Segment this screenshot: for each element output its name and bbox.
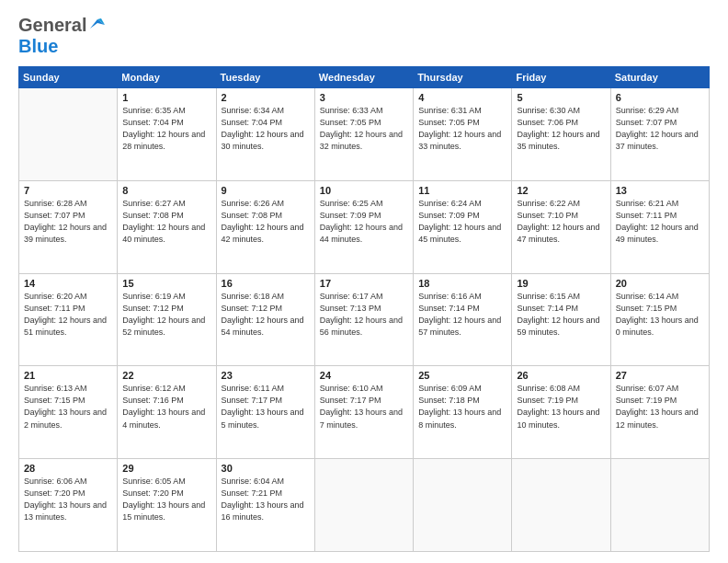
day-info: Sunrise: 6:06 AM Sunset: 7:20 PM Dayligh… <box>24 476 112 523</box>
day-number: 7 <box>24 185 112 196</box>
day-number: 28 <box>24 463 112 474</box>
logo-blue: Blue <box>18 36 58 57</box>
calendar-cell <box>512 459 610 552</box>
calendar-day-header: Wednesday <box>314 67 413 88</box>
calendar-week-row: 7Sunrise: 6:28 AM Sunset: 7:07 PM Daylig… <box>19 180 710 273</box>
day-number: 26 <box>517 370 605 381</box>
day-info: Sunrise: 6:16 AM Sunset: 7:14 PM Dayligh… <box>418 291 506 339</box>
calendar-cell: 12Sunrise: 6:22 AM Sunset: 7:10 PM Dayli… <box>512 180 610 273</box>
day-number: 18 <box>418 278 506 289</box>
day-info: Sunrise: 6:09 AM Sunset: 7:18 PM Dayligh… <box>418 383 506 431</box>
day-number: 5 <box>517 92 605 103</box>
day-number: 22 <box>122 370 210 381</box>
day-info: Sunrise: 6:31 AM Sunset: 7:05 PM Dayligh… <box>418 105 506 153</box>
day-number: 1 <box>122 92 210 103</box>
calendar-cell: 9Sunrise: 6:26 AM Sunset: 7:08 PM Daylig… <box>216 180 314 273</box>
day-info: Sunrise: 6:05 AM Sunset: 7:20 PM Dayligh… <box>122 476 210 523</box>
calendar-cell: 30Sunrise: 6:04 AM Sunset: 7:21 PM Dayli… <box>216 459 314 552</box>
calendar-cell: 4Sunrise: 6:31 AM Sunset: 7:05 PM Daylig… <box>414 88 512 181</box>
calendar-cell: 3Sunrise: 6:33 AM Sunset: 7:05 PM Daylig… <box>314 88 413 181</box>
calendar-cell: 26Sunrise: 6:08 AM Sunset: 7:19 PM Dayli… <box>512 366 610 459</box>
header: General Blue <box>18 15 710 57</box>
calendar-day-header: Tuesday <box>216 67 314 88</box>
calendar-cell: 5Sunrise: 6:30 AM Sunset: 7:06 PM Daylig… <box>512 88 610 181</box>
calendar-day-header: Friday <box>512 67 610 88</box>
day-number: 14 <box>24 278 112 289</box>
day-info: Sunrise: 6:27 AM Sunset: 7:08 PM Dayligh… <box>122 198 210 246</box>
calendar-header-row: SundayMondayTuesdayWednesdayThursdayFrid… <box>19 67 710 88</box>
day-info: Sunrise: 6:18 AM Sunset: 7:12 PM Dayligh… <box>222 291 310 339</box>
day-info: Sunrise: 6:07 AM Sunset: 7:19 PM Dayligh… <box>616 383 704 431</box>
day-number: 23 <box>222 370 310 381</box>
day-number: 2 <box>222 92 310 103</box>
day-info: Sunrise: 6:22 AM Sunset: 7:10 PM Dayligh… <box>517 198 605 246</box>
calendar-cell: 17Sunrise: 6:17 AM Sunset: 7:13 PM Dayli… <box>314 273 413 366</box>
day-number: 10 <box>320 185 408 196</box>
day-info: Sunrise: 6:10 AM Sunset: 7:17 PM Dayligh… <box>320 383 408 431</box>
calendar-cell: 6Sunrise: 6:29 AM Sunset: 7:07 PM Daylig… <box>610 88 709 181</box>
calendar-day-header: Saturday <box>610 67 709 88</box>
day-number: 13 <box>616 185 704 196</box>
day-info: Sunrise: 6:33 AM Sunset: 7:05 PM Dayligh… <box>320 105 408 153</box>
calendar-cell: 13Sunrise: 6:21 AM Sunset: 7:11 PM Dayli… <box>610 180 709 273</box>
calendar-cell <box>610 459 709 552</box>
calendar-cell: 2Sunrise: 6:34 AM Sunset: 7:04 PM Daylig… <box>216 88 314 181</box>
day-info: Sunrise: 6:04 AM Sunset: 7:21 PM Dayligh… <box>222 476 310 523</box>
calendar-cell: 27Sunrise: 6:07 AM Sunset: 7:19 PM Dayli… <box>610 366 709 459</box>
calendar-week-row: 14Sunrise: 6:20 AM Sunset: 7:11 PM Dayli… <box>19 273 710 366</box>
calendar-cell: 18Sunrise: 6:16 AM Sunset: 7:14 PM Dayli… <box>414 273 512 366</box>
day-info: Sunrise: 6:14 AM Sunset: 7:15 PM Dayligh… <box>616 291 704 339</box>
calendar-cell: 11Sunrise: 6:24 AM Sunset: 7:09 PM Dayli… <box>414 180 512 273</box>
calendar-cell: 25Sunrise: 6:09 AM Sunset: 7:18 PM Dayli… <box>414 366 512 459</box>
calendar-cell: 24Sunrise: 6:10 AM Sunset: 7:17 PM Dayli… <box>314 366 413 459</box>
day-info: Sunrise: 6:28 AM Sunset: 7:07 PM Dayligh… <box>24 198 112 246</box>
calendar-cell: 8Sunrise: 6:27 AM Sunset: 7:08 PM Daylig… <box>118 180 216 273</box>
day-number: 15 <box>122 278 210 289</box>
day-number: 17 <box>320 278 408 289</box>
day-info: Sunrise: 6:26 AM Sunset: 7:08 PM Dayligh… <box>222 198 310 246</box>
calendar-cell: 19Sunrise: 6:15 AM Sunset: 7:14 PM Dayli… <box>512 273 610 366</box>
calendar-cell <box>314 459 413 552</box>
calendar-cell: 14Sunrise: 6:20 AM Sunset: 7:11 PM Dayli… <box>19 273 118 366</box>
day-info: Sunrise: 6:30 AM Sunset: 7:06 PM Dayligh… <box>517 105 605 153</box>
calendar-cell <box>414 459 512 552</box>
calendar-cell: 15Sunrise: 6:19 AM Sunset: 7:12 PM Dayli… <box>118 273 216 366</box>
logo: General Blue <box>18 15 105 57</box>
day-number: 4 <box>418 92 506 103</box>
day-info: Sunrise: 6:34 AM Sunset: 7:04 PM Dayligh… <box>222 105 310 153</box>
day-number: 21 <box>24 370 112 381</box>
day-number: 8 <box>122 185 210 196</box>
day-number: 11 <box>418 185 506 196</box>
calendar-cell: 29Sunrise: 6:05 AM Sunset: 7:20 PM Dayli… <box>118 459 216 552</box>
day-number: 16 <box>222 278 310 289</box>
calendar-cell: 10Sunrise: 6:25 AM Sunset: 7:09 PM Dayli… <box>314 180 413 273</box>
day-number: 9 <box>222 185 310 196</box>
calendar-day-header: Thursday <box>414 67 512 88</box>
calendar-cell: 1Sunrise: 6:35 AM Sunset: 7:04 PM Daylig… <box>118 88 216 181</box>
day-info: Sunrise: 6:11 AM Sunset: 7:17 PM Dayligh… <box>222 383 310 431</box>
calendar-table: SundayMondayTuesdayWednesdayThursdayFrid… <box>18 66 710 552</box>
calendar-cell: 16Sunrise: 6:18 AM Sunset: 7:12 PM Dayli… <box>216 273 314 366</box>
day-info: Sunrise: 6:21 AM Sunset: 7:11 PM Dayligh… <box>616 198 704 246</box>
day-info: Sunrise: 6:08 AM Sunset: 7:19 PM Dayligh… <box>517 383 605 431</box>
day-number: 19 <box>517 278 605 289</box>
day-number: 30 <box>222 463 310 474</box>
calendar-day-header: Sunday <box>19 67 118 88</box>
calendar-week-row: 28Sunrise: 6:06 AM Sunset: 7:20 PM Dayli… <box>19 459 710 552</box>
day-info: Sunrise: 6:17 AM Sunset: 7:13 PM Dayligh… <box>320 291 408 339</box>
logo-general: General <box>18 15 86 36</box>
logo-bird-icon <box>88 16 105 32</box>
day-info: Sunrise: 6:24 AM Sunset: 7:09 PM Dayligh… <box>418 198 506 246</box>
day-info: Sunrise: 6:12 AM Sunset: 7:16 PM Dayligh… <box>122 383 210 431</box>
day-info: Sunrise: 6:15 AM Sunset: 7:14 PM Dayligh… <box>517 291 605 339</box>
day-number: 20 <box>616 278 704 289</box>
calendar-cell <box>19 88 118 181</box>
calendar-cell: 28Sunrise: 6:06 AM Sunset: 7:20 PM Dayli… <box>19 459 118 552</box>
calendar-cell: 21Sunrise: 6:13 AM Sunset: 7:15 PM Dayli… <box>19 366 118 459</box>
day-info: Sunrise: 6:25 AM Sunset: 7:09 PM Dayligh… <box>320 198 408 246</box>
day-number: 6 <box>616 92 704 103</box>
day-info: Sunrise: 6:29 AM Sunset: 7:07 PM Dayligh… <box>616 105 704 153</box>
calendar-day-header: Monday <box>118 67 216 88</box>
day-number: 25 <box>418 370 506 381</box>
page: General Blue SundayMondayTuesdayWednesda… <box>0 0 728 563</box>
